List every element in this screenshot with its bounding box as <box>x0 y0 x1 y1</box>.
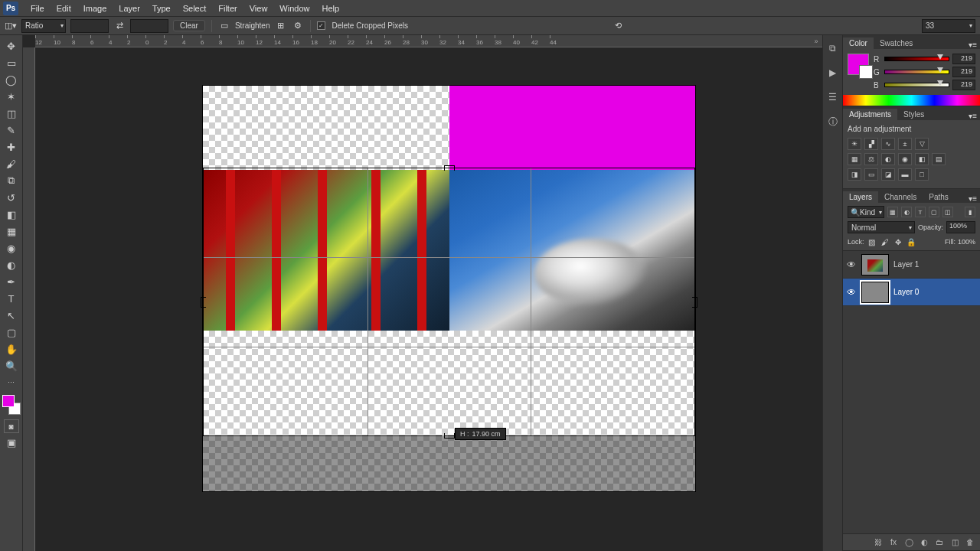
lock-all-icon[interactable]: 🔒 <box>906 236 916 247</box>
reset-crop-icon[interactable]: ⟲ <box>612 20 624 32</box>
channel-mixer-icon[interactable]: ◧ <box>915 153 929 165</box>
layer-name[interactable]: Layer 1 <box>893 260 919 269</box>
pen-tool[interactable]: ✒ <box>2 274 21 289</box>
color-preview-swatch[interactable] <box>848 54 869 75</box>
magic-wand-tool[interactable]: ✶ <box>2 89 21 104</box>
visibility-toggle-icon[interactable]: 👁 <box>846 259 857 270</box>
levels-icon[interactable]: ▞ <box>864 138 878 150</box>
link-layers-icon[interactable]: ⛓ <box>873 537 884 548</box>
tab-swatches[interactable]: Swatches <box>874 37 919 49</box>
overlay-options-icon[interactable]: ⊞ <box>275 20 287 32</box>
crop-width-input[interactable] <box>70 19 109 33</box>
color-balance-icon[interactable]: ⚖ <box>864 153 878 165</box>
menu-image[interactable]: Image <box>77 4 113 13</box>
history-panel-icon[interactable]: ⧉ <box>826 41 840 55</box>
path-selection-tool[interactable]: ↖ <box>2 308 21 323</box>
tab-styles[interactable]: Styles <box>897 109 930 120</box>
shape-tool[interactable]: ▢ <box>2 324 21 340</box>
crop-tool[interactable]: ◫ <box>2 106 21 121</box>
info-panel-icon[interactable]: ⓘ <box>826 115 840 129</box>
new-layer-icon[interactable]: ◫ <box>949 537 960 548</box>
edit-toolbar-icon[interactable]: ⋯ <box>2 375 21 390</box>
layer-thumbnail[interactable] <box>861 282 889 303</box>
menu-help[interactable]: Help <box>315 4 345 13</box>
r-value-input[interactable]: 219 <box>952 54 975 64</box>
menu-window[interactable]: Window <box>273 4 315 13</box>
menu-file[interactable]: File <box>24 4 51 13</box>
delete-cropped-checkbox[interactable]: ✓ <box>317 21 325 30</box>
menu-select[interactable]: Select <box>177 4 213 13</box>
black-white-icon[interactable]: ◐ <box>881 153 895 165</box>
fill-input[interactable]: 100% <box>958 238 975 246</box>
threshold-icon[interactable]: ◪ <box>881 168 895 181</box>
invert-icon[interactable]: ◨ <box>848 168 861 181</box>
blend-mode-dropdown[interactable]: Normal <box>848 221 915 233</box>
new-fill-layer-icon[interactable]: ◐ <box>919 537 929 548</box>
move-tool[interactable]: ✥ <box>2 38 21 54</box>
healing-brush-tool[interactable]: ✚ <box>2 139 21 155</box>
crop-tool-icon[interactable]: ◫▾ <box>5 20 17 32</box>
color-swatches[interactable] <box>2 395 21 415</box>
gradient-map-icon[interactable]: ▬ <box>898 168 912 181</box>
quick-mask-toggle[interactable]: ◙ <box>4 419 19 433</box>
menu-edit[interactable]: Edit <box>51 4 77 13</box>
layer-item[interactable]: 👁 Layer 1 <box>843 251 980 279</box>
lasso-tool[interactable]: ◯ <box>2 72 21 87</box>
hue-saturation-icon[interactable]: ▦ <box>848 153 861 165</box>
clear-button[interactable]: Clear <box>173 20 205 31</box>
menu-layer[interactable]: Layer <box>113 4 146 13</box>
lock-transparency-icon[interactable]: ▨ <box>867 236 877 247</box>
photo-filter-icon[interactable]: ◉ <box>898 153 912 165</box>
g-slider[interactable] <box>884 68 949 76</box>
posterize-icon[interactable]: ▭ <box>864 168 878 181</box>
foreground-color-swatch[interactable] <box>2 395 15 407</box>
menu-type[interactable]: Type <box>146 4 177 13</box>
crop-preset-dropdown[interactable]: Ratio <box>21 19 66 33</box>
menu-view[interactable]: View <box>243 4 274 13</box>
marquee-tool[interactable]: ▭ <box>2 55 21 70</box>
filter-shape-icon[interactable]: ▢ <box>929 207 939 217</box>
lock-image-icon[interactable]: 🖌 <box>880 236 890 247</box>
b-slider[interactable] <box>884 81 949 89</box>
tab-paths[interactable]: Paths <box>923 191 955 203</box>
layer-mask-icon[interactable]: ◯ <box>903 537 914 548</box>
filter-toggle-switch[interactable]: ▮ <box>965 207 975 217</box>
r-slider[interactable] <box>884 55 949 63</box>
gradient-tool[interactable]: ▦ <box>2 223 21 239</box>
visibility-toggle-icon[interactable]: 👁 <box>846 287 857 298</box>
layer-thumbnail[interactable] <box>861 254 889 276</box>
menu-filter[interactable]: Filter <box>212 4 243 13</box>
crop-height-input[interactable] <box>130 19 168 33</box>
actions-panel-icon[interactable]: ▶ <box>826 66 840 80</box>
filter-smart-icon[interactable]: ◫ <box>942 207 953 217</box>
tab-color[interactable]: Color <box>843 37 874 49</box>
curves-icon[interactable]: ∿ <box>881 138 895 150</box>
color-spectrum-ramp[interactable] <box>843 95 980 106</box>
layers-panel-menu-icon[interactable]: ▾≡ <box>965 194 980 203</box>
eraser-tool[interactable]: ◧ <box>2 207 21 222</box>
screen-mode-icon[interactable]: ▣ <box>2 435 21 450</box>
blur-tool[interactable]: ◉ <box>2 240 21 256</box>
g-value-input[interactable]: 219 <box>952 67 975 77</box>
brightness-contrast-icon[interactable]: ☀ <box>848 138 861 150</box>
adjustments-panel-menu-icon[interactable]: ▾≡ <box>965 112 980 120</box>
crop-options-icon[interactable]: ⚙ <box>292 20 304 32</box>
brush-tool[interactable]: 🖌 <box>2 156 21 171</box>
layer-filter-kind-dropdown[interactable]: 🔍 Kind <box>848 206 884 218</box>
opacity-input[interactable]: 100% <box>946 221 975 233</box>
filter-adjustment-icon[interactable]: ◐ <box>901 207 912 217</box>
eyedropper-tool[interactable]: ✎ <box>2 122 21 138</box>
tab-adjustments[interactable]: Adjustments <box>843 109 897 120</box>
swap-dimensions-icon[interactable]: ⇄ <box>113 20 126 32</box>
delete-layer-icon[interactable]: 🗑 <box>965 537 975 548</box>
tab-channels[interactable]: Channels <box>878 191 923 203</box>
filter-pixel-icon[interactable]: ▦ <box>887 207 898 217</box>
tab-layers[interactable]: Layers <box>843 191 878 203</box>
document-viewport[interactable]: ↕ H : 17.90 cm <box>35 47 822 551</box>
properties-panel-icon[interactable]: ☰ <box>826 90 840 104</box>
layer-item[interactable]: 👁 Layer 0 <box>843 279 980 306</box>
color-lookup-icon[interactable]: ▤ <box>932 153 946 165</box>
dodge-tool[interactable]: ◐ <box>2 257 21 272</box>
vibrance-icon[interactable]: ▽ <box>915 138 929 150</box>
zoom-level-dropdown[interactable]: 33 <box>922 19 975 33</box>
